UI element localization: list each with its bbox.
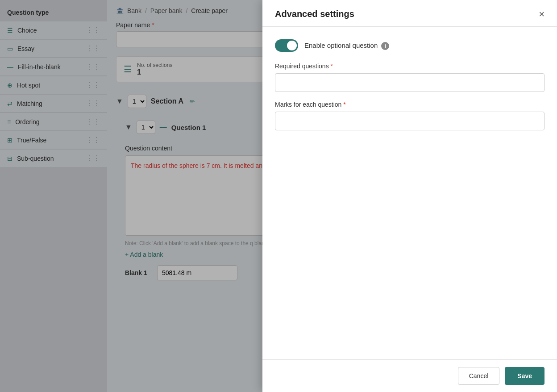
modal-body: Enable optional question i Required ques… [262,27,557,359]
modal-footer: Cancel Save [262,359,557,392]
required-star: * [331,63,333,70]
modal-header: Advanced settings × [262,0,557,27]
modal-title: Advanced settings [275,9,354,19]
toggle-label: Enable optional question i [304,42,389,50]
required-questions-field: Required questions * [275,63,545,92]
toggle-track[interactable] [275,39,298,52]
save-button[interactable]: Save [505,367,545,385]
optional-question-toggle-row: Enable optional question i [275,39,545,52]
optional-question-toggle[interactable] [275,39,298,52]
info-icon: i [381,42,389,50]
required-questions-input[interactable] [275,73,545,92]
required-questions-label: Required questions * [275,63,545,70]
toggle-thumb [287,41,297,50]
marks-input[interactable] [275,112,545,130]
marks-label: Marks for each question * [275,101,545,108]
advanced-settings-modal: Advanced settings × Enable optional ques… [262,0,557,392]
cancel-button[interactable]: Cancel [458,367,500,385]
required-star: * [343,101,345,108]
marks-per-question-field: Marks for each question * [275,101,545,130]
modal-close-button[interactable]: × [539,9,545,19]
